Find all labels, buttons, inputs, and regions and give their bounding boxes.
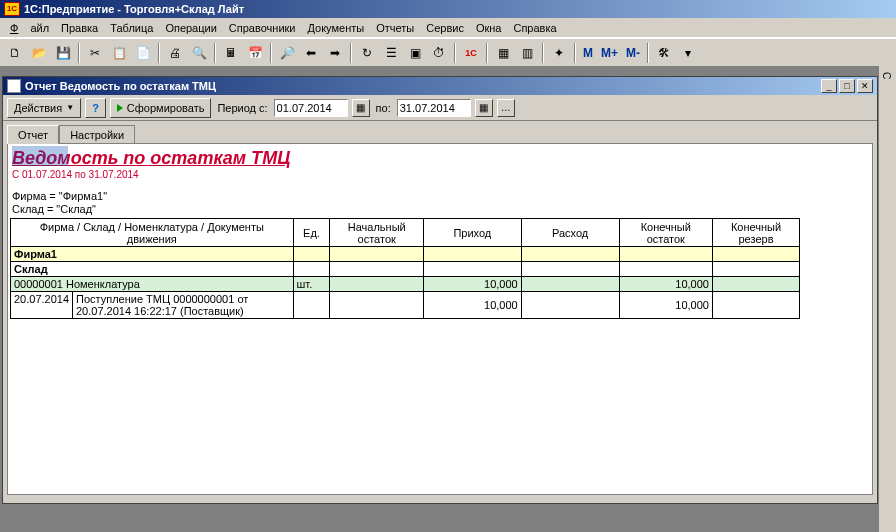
col-end: Конечный остаток xyxy=(619,219,712,247)
grid2-icon[interactable]: ▥ xyxy=(516,42,538,64)
period-from-label: Период с: xyxy=(215,102,269,114)
report-window-icon xyxy=(7,79,21,93)
col-unit: Ед. xyxy=(293,219,330,247)
calc-icon[interactable]: 🖩 xyxy=(220,42,242,64)
report-period: С 01.07.2014 по 31.07.2014 xyxy=(10,169,870,180)
menu-table[interactable]: Таблица xyxy=(104,20,159,36)
tab-settings[interactable]: Настройки xyxy=(59,125,135,144)
period-to-input[interactable] xyxy=(397,99,471,117)
find-icon[interactable]: 🔎 xyxy=(276,42,298,64)
grid-icon[interactable]: ▦ xyxy=(492,42,514,64)
right-side-tab[interactable]: С xyxy=(878,66,896,532)
menu-ops[interactable]: Операции xyxy=(159,20,222,36)
help-button[interactable]: ? xyxy=(85,98,106,118)
find-prev-icon[interactable]: ⬅ xyxy=(300,42,322,64)
star-icon[interactable]: ✦ xyxy=(548,42,570,64)
open-icon[interactable]: 📂 xyxy=(28,42,50,64)
report-body[interactable]: Ведомость по остаткам ТМЦ С 01.07.2014 п… xyxy=(7,143,873,495)
find-next-icon[interactable]: ➡ xyxy=(324,42,346,64)
main-toolbar: 🗋 📂 💾 ✂ 📋 📄 🖨 🔍 🖩 📅 🔎 ⬅ ➡ ↻ ☰ ▣ ⏱ 1C ▦ ▥… xyxy=(0,38,896,66)
menu-help[interactable]: Справка xyxy=(507,20,562,36)
report-table: Фирма / Склад / Номенклатура / Документы… xyxy=(10,218,800,319)
menu-edit[interactable]: Правка xyxy=(55,20,104,36)
report-window: Отчет Ведомость по остаткам ТМЦ _ □ ✕ Де… xyxy=(2,76,878,504)
history-icon[interactable]: ⏱ xyxy=(428,42,450,64)
print-icon[interactable]: 🖨 xyxy=(164,42,186,64)
report-titlebar: Отчет Ведомость по остаткам ТМЦ _ □ ✕ xyxy=(3,77,877,95)
calendar-from-icon[interactable]: ▦ xyxy=(352,99,370,117)
app-title: 1С:Предприятие - Торговля+Склад Лайт xyxy=(24,3,244,15)
table-row-nomenclature[interactable]: 00000001 Номенклатура шт. 10,000 10,000 xyxy=(11,277,800,292)
play-icon xyxy=(117,104,123,112)
calendar-to-icon[interactable]: ▦ xyxy=(475,99,493,117)
mdi-workspace: Отчет Ведомость по остаткам ТМЦ _ □ ✕ Де… xyxy=(0,66,896,532)
report-title: Ведомость по остаткам ТМЦ xyxy=(10,146,870,169)
app-logo-icon: 1C xyxy=(4,2,20,16)
new-icon[interactable]: 🗋 xyxy=(4,42,26,64)
col-reserve: Конечный резерв xyxy=(712,219,799,247)
form-button[interactable]: Сформировать xyxy=(110,98,212,118)
paste-icon[interactable]: 📄 xyxy=(132,42,154,64)
tools-icon[interactable]: 🛠 xyxy=(653,42,675,64)
m-button[interactable]: М xyxy=(580,42,596,64)
report-filters: Фирма = "Фирма1" Склад = "Склад" xyxy=(10,180,870,216)
menu-service[interactable]: Сервис xyxy=(420,20,470,36)
refresh-icon[interactable]: ↻ xyxy=(356,42,378,64)
report-toolbar: Действия▼ ? Сформировать Период с: ▦ по:… xyxy=(3,95,877,121)
col-out: Расход xyxy=(521,219,619,247)
period-from-input[interactable] xyxy=(274,99,348,117)
col-start: Начальный остаток xyxy=(330,219,423,247)
cut-icon[interactable]: ✂ xyxy=(84,42,106,64)
col-name: Фирма / Склад / Номенклатура / Документы… xyxy=(11,219,294,247)
tab-report[interactable]: Отчет xyxy=(7,125,59,144)
menu-docs[interactable]: Документы xyxy=(301,20,370,36)
actions-button[interactable]: Действия▼ xyxy=(7,98,81,118)
save-icon[interactable]: 💾 xyxy=(52,42,74,64)
calendar-icon[interactable]: 📅 xyxy=(244,42,266,64)
list-icon[interactable]: ☰ xyxy=(380,42,402,64)
report-window-title: Отчет Ведомость по остаткам ТМЦ xyxy=(25,80,216,92)
table-row-firm[interactable]: Фирма1 xyxy=(11,247,800,262)
table-row-document[interactable]: 20.07.2014 Поступление ТМЦ 0000000001 от… xyxy=(11,292,800,319)
popup-icon[interactable]: ▣ xyxy=(404,42,426,64)
menu-reports[interactable]: Отчеты xyxy=(370,20,420,36)
dropdown-icon[interactable]: ▾ xyxy=(677,42,699,64)
report-tabs: Отчет Настройки xyxy=(3,121,877,143)
minimize-button[interactable]: _ xyxy=(821,79,837,93)
app-titlebar: 1C 1С:Предприятие - Торговля+Склад Лайт xyxy=(0,0,896,18)
menu-refs[interactable]: Справочники xyxy=(223,20,302,36)
period-to-label: по: xyxy=(374,102,393,114)
close-button[interactable]: ✕ xyxy=(857,79,873,93)
menubar: ФФайлайл Правка Таблица Операции Справоч… xyxy=(0,18,896,38)
menu-file[interactable]: ФФайлайл xyxy=(4,20,55,36)
col-in: Приход xyxy=(423,219,521,247)
copy-icon[interactable]: 📋 xyxy=(108,42,130,64)
table-row-sklad[interactable]: Склад xyxy=(11,262,800,277)
menu-windows[interactable]: Окна xyxy=(470,20,508,36)
mplus-button[interactable]: М+ xyxy=(598,42,621,64)
period-select-button[interactable]: … xyxy=(497,99,515,117)
preview-icon[interactable]: 🔍 xyxy=(188,42,210,64)
table-header-row: Фирма / Склад / Номенклатура / Документы… xyxy=(11,219,800,247)
1c-icon[interactable]: 1C xyxy=(460,42,482,64)
mminus-button[interactable]: М- xyxy=(623,42,643,64)
maximize-button[interactable]: □ xyxy=(839,79,855,93)
